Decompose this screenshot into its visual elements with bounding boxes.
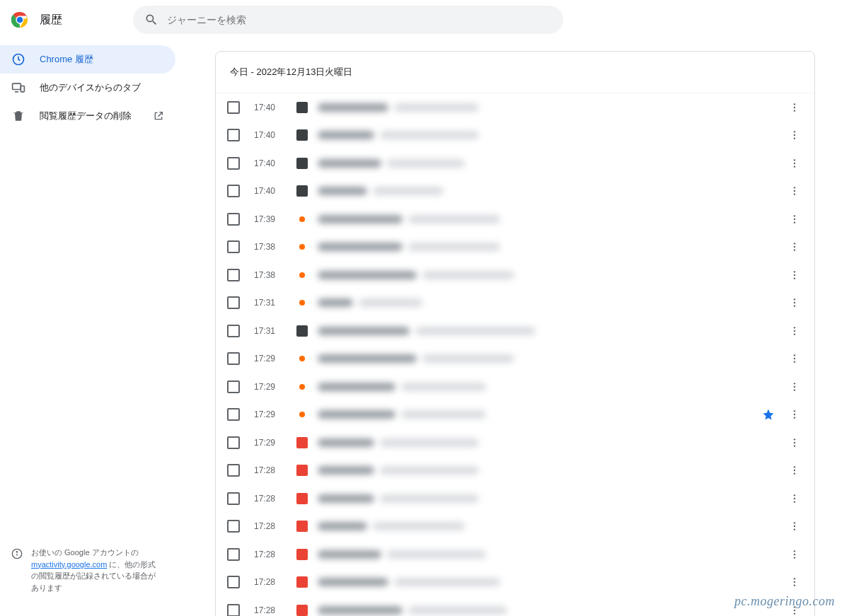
checkbox[interactable] xyxy=(227,325,240,337)
svg-point-29 xyxy=(794,277,795,279)
history-title-blurred xyxy=(318,550,780,559)
more-button[interactable] xyxy=(786,518,803,535)
checkbox[interactable] xyxy=(227,380,240,393)
svg-point-23 xyxy=(794,221,795,223)
history-item[interactable]: 17:29 xyxy=(216,373,814,401)
checkbox[interactable] xyxy=(227,548,240,561)
search-box[interactable] xyxy=(133,6,563,34)
svg-point-58 xyxy=(794,554,795,555)
history-time: 17:28 xyxy=(254,605,296,615)
more-button[interactable] xyxy=(786,99,803,116)
sidebar-item-2[interactable]: 閲覧履歴データの削除 xyxy=(0,102,175,130)
history-item[interactable]: 17:38 xyxy=(216,261,814,289)
checkbox[interactable] xyxy=(227,240,240,253)
checkbox[interactable] xyxy=(227,464,240,477)
history-title-blurred xyxy=(318,438,780,447)
history-item[interactable]: 17:38 xyxy=(216,233,814,262)
history-item[interactable]: 17:28 xyxy=(216,484,814,513)
history-title-blurred xyxy=(318,103,780,112)
svg-point-46 xyxy=(794,442,795,443)
history-card: 今日 - 2022年12月13日火曜日 17:4017:4017:4017:40… xyxy=(215,51,815,616)
history-title-blurred xyxy=(318,131,780,139)
svg-rect-5 xyxy=(21,86,24,92)
favicon-icon xyxy=(296,102,308,113)
more-button[interactable] xyxy=(786,378,803,395)
svg-point-55 xyxy=(794,525,795,527)
checkbox[interactable] xyxy=(227,520,240,533)
checkbox[interactable] xyxy=(227,296,240,309)
more-button[interactable] xyxy=(786,574,803,591)
history-item[interactable]: 17:40 xyxy=(216,149,814,178)
more-button[interactable] xyxy=(786,267,803,284)
svg-point-53 xyxy=(794,501,795,502)
checkbox[interactable] xyxy=(227,576,240,588)
header: 履歴 xyxy=(0,0,849,40)
svg-point-48 xyxy=(794,466,795,467)
checkbox[interactable] xyxy=(227,408,240,421)
footer-link[interactable]: myactivity.google.com xyxy=(31,560,107,569)
svg-point-54 xyxy=(794,522,795,523)
history-title-blurred xyxy=(318,354,780,363)
history-item[interactable]: 17:28 xyxy=(216,457,814,485)
history-item[interactable]: 17:40 xyxy=(216,122,814,150)
checkbox[interactable] xyxy=(227,101,240,114)
history-title-blurred xyxy=(318,298,780,307)
more-button[interactable] xyxy=(786,127,803,144)
history-time: 17:31 xyxy=(254,326,296,336)
history-item[interactable]: 17:29 xyxy=(216,401,814,429)
history-item[interactable]: 17:28 xyxy=(216,569,814,597)
svg-point-32 xyxy=(794,306,795,307)
history-item[interactable]: 17:39 xyxy=(216,205,814,233)
favicon-icon xyxy=(299,356,305,361)
history-item[interactable]: 17:28 xyxy=(216,596,814,616)
more-button[interactable] xyxy=(786,238,803,255)
svg-point-59 xyxy=(794,557,795,558)
external-link-icon xyxy=(153,110,164,122)
more-button[interactable] xyxy=(786,211,803,228)
more-button[interactable] xyxy=(786,182,803,199)
history-item[interactable]: 17:40 xyxy=(216,93,814,122)
page-title: 履歴 xyxy=(40,13,62,28)
history-time: 17:31 xyxy=(254,298,296,308)
history-time: 17:28 xyxy=(254,550,296,559)
history-item[interactable]: 17:40 xyxy=(216,178,814,206)
more-button[interactable] xyxy=(786,155,803,172)
sidebar-item-1[interactable]: 他のデバイスからのタブ xyxy=(0,74,175,102)
checkbox[interactable] xyxy=(227,129,240,141)
more-button[interactable] xyxy=(786,406,803,423)
history-item[interactable]: 17:28 xyxy=(216,540,814,569)
checkbox[interactable] xyxy=(227,352,240,365)
history-item[interactable]: 17:28 xyxy=(216,513,814,541)
search-input[interactable] xyxy=(167,14,552,25)
more-button[interactable] xyxy=(786,434,803,451)
main-content: 今日 - 2022年12月13日火曜日 17:4017:4017:4017:40… xyxy=(181,40,849,616)
sidebar-item-0[interactable]: Chrome 履歴 xyxy=(0,45,175,74)
svg-point-47 xyxy=(794,445,795,446)
more-button[interactable] xyxy=(786,462,803,479)
devices-icon xyxy=(11,81,25,95)
svg-point-15 xyxy=(794,159,795,161)
svg-point-26 xyxy=(794,250,795,251)
history-time: 17:38 xyxy=(254,242,296,252)
more-button[interactable] xyxy=(786,546,803,563)
history-item[interactable]: 17:29 xyxy=(216,345,814,373)
checkbox[interactable] xyxy=(227,604,240,616)
history-item[interactable]: 17:31 xyxy=(216,317,814,345)
more-button[interactable] xyxy=(786,322,803,339)
svg-point-61 xyxy=(794,581,795,583)
more-button[interactable] xyxy=(786,294,803,311)
svg-point-49 xyxy=(794,470,795,471)
favicon-icon xyxy=(299,272,305,278)
history-item[interactable]: 17:31 xyxy=(216,289,814,318)
svg-point-39 xyxy=(794,383,795,384)
favicon-icon xyxy=(296,605,308,616)
more-button[interactable] xyxy=(786,350,803,367)
checkbox[interactable] xyxy=(227,269,240,281)
checkbox[interactable] xyxy=(227,213,240,226)
history-item[interactable]: 17:29 xyxy=(216,429,814,457)
checkbox[interactable] xyxy=(227,436,240,449)
checkbox[interactable] xyxy=(227,157,240,170)
checkbox[interactable] xyxy=(227,185,240,197)
more-button[interactable] xyxy=(786,490,803,507)
checkbox[interactable] xyxy=(227,492,240,505)
